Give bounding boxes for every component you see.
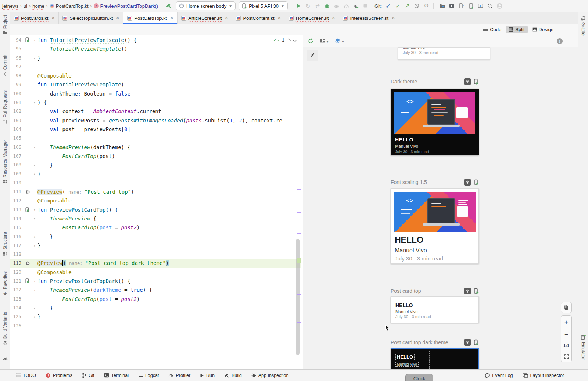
tool-window-button-resource-manager[interactable]: Resource Manager bbox=[0, 140, 10, 184]
change-stripe-mark[interactable] bbox=[297, 294, 301, 295]
code-line-124[interactable]: 124▴ } bbox=[10, 303, 301, 312]
apply-changes-icon[interactable]: ↻ bbox=[304, 2, 312, 10]
history-icon[interactable] bbox=[413, 2, 421, 10]
tab-interestsscreen-kt[interactable]: InterestsScreen.kt✕ bbox=[339, 12, 399, 24]
next-issue-icon[interactable] bbox=[293, 38, 297, 42]
status-item-logcat[interactable]: Logcat bbox=[133, 373, 164, 378]
change-stripe-mark[interactable] bbox=[297, 189, 301, 190]
interactive-mode-icon[interactable] bbox=[464, 78, 471, 85]
code-line-109[interactable]: 109▴} bbox=[10, 169, 301, 178]
code-line-122[interactable]: 122▾ ThemedPreview(darkTheme = true) { bbox=[10, 285, 301, 294]
fold-marker[interactable]: ▴ bbox=[32, 161, 37, 169]
code-line-113[interactable]: 113▾fun PreviewPostCardTop() { bbox=[10, 205, 301, 214]
fold-marker[interactable]: ▾ bbox=[32, 98, 37, 107]
prev-issue-icon[interactable] bbox=[287, 38, 291, 42]
fold-marker[interactable]: ▴ bbox=[32, 241, 37, 250]
code-line-94[interactable]: 94▾fun TutorialPreviewFontscale() { bbox=[10, 36, 301, 44]
layers-icon[interactable]: ▼ bbox=[335, 38, 344, 44]
code-line-117[interactable]: 117▴} bbox=[10, 241, 301, 250]
interactive-mode-icon[interactable] bbox=[464, 339, 471, 346]
preview-card-font-scaling-1-5[interactable]: <>HELLOManuel VivoJuly 30 - 3 min read bbox=[391, 188, 479, 264]
preview-card-dark-theme[interactable]: <>HELLOManuel VivoJuly 30 - 3 min read bbox=[391, 89, 479, 155]
code-line-119[interactable]: 119@Preview( name: "Post card top dark t… bbox=[10, 259, 301, 267]
attach-debugger-icon[interactable] bbox=[333, 2, 341, 10]
preview-card-post-card-top[interactable]: HELLOManuel VivoJuly 30 - 3 min read bbox=[391, 296, 479, 323]
close-tab-icon[interactable]: ✕ bbox=[331, 15, 335, 21]
tab-articlescreen-kt[interactable]: ArticleScreen.kt✕ bbox=[178, 12, 232, 24]
fold-marker[interactable]: ▾ bbox=[32, 285, 37, 294]
tool-window-button-structure[interactable]: Structure bbox=[0, 232, 10, 256]
code-line-111[interactable]: 111@Preview( name: "Post card top") bbox=[10, 187, 301, 196]
apply-code-changes-icon[interactable]: ⇄ bbox=[313, 2, 322, 10]
tool-window-button-emulator[interactable]: Emulator bbox=[578, 335, 588, 360]
view-mode-design[interactable]: Design bbox=[529, 26, 556, 33]
close-tab-icon[interactable]: ✕ bbox=[51, 15, 55, 21]
close-tab-icon[interactable]: ✕ bbox=[277, 15, 281, 21]
run-icon[interactable] bbox=[294, 2, 302, 10]
code-line-97[interactable]: 97 bbox=[10, 62, 301, 71]
status-item-problems[interactable]: Problems bbox=[41, 373, 77, 378]
zoom-out-button[interactable]: − bbox=[564, 331, 568, 338]
code-line-100[interactable]: 100 darkTheme: Boolean = false bbox=[10, 89, 301, 98]
zoom-in-button[interactable]: + bbox=[564, 319, 568, 325]
fold-marker[interactable]: ▾ bbox=[32, 214, 37, 223]
code-line-121[interactable]: 121▾fun PreviewPostCardTopDark() { bbox=[10, 277, 301, 285]
search-everywhere-icon[interactable] bbox=[486, 2, 494, 10]
change-stripe-mark[interactable] bbox=[297, 212, 301, 213]
fold-marker[interactable]: ▾ bbox=[32, 143, 37, 152]
fold-marker[interactable]: ▴ bbox=[32, 312, 37, 321]
refresh-preview-icon[interactable] bbox=[308, 38, 314, 44]
status-item-app-inspection[interactable]: App Inspection bbox=[247, 373, 294, 378]
code-line-102[interactable]: 102 val context = AmbientContext.current bbox=[10, 107, 301, 116]
status-item-todo[interactable]: TODO bbox=[11, 373, 41, 378]
tool-window-button-project[interactable]: Project bbox=[0, 15, 10, 35]
close-tab-icon[interactable]: ✕ bbox=[170, 15, 173, 21]
code-line-104[interactable]: 104 val post = previewPosts[0] bbox=[10, 125, 301, 134]
rollback-icon[interactable]: ↺ bbox=[422, 2, 430, 10]
stop-icon[interactable] bbox=[361, 2, 369, 10]
commit-icon[interactable]: ✓ bbox=[394, 2, 402, 10]
code-line-120[interactable]: 120@Composable bbox=[10, 268, 301, 277]
status-item-build[interactable]: Build bbox=[219, 373, 247, 378]
editor-scrollbar[interactable] bbox=[296, 239, 300, 355]
close-tab-icon[interactable]: ✕ bbox=[391, 15, 395, 21]
gutter-gear-icon[interactable] bbox=[25, 261, 30, 266]
tab-postcards-kt[interactable]: PostCards.kt✕ bbox=[10, 12, 59, 24]
device-manager-icon[interactable] bbox=[448, 2, 456, 10]
code-line-105[interactable]: 105 bbox=[10, 134, 301, 143]
code-line-126[interactable]: 126 bbox=[10, 321, 301, 330]
view-mode-split[interactable]: Split bbox=[506, 26, 527, 33]
zoom-to-fit-button[interactable] bbox=[564, 354, 569, 359]
tool-window-button-gradle[interactable]: Gradle bbox=[578, 16, 588, 36]
pan-tool-button[interactable] bbox=[561, 302, 572, 313]
code-line-106[interactable]: 106▾ ThemedPreview(darkTheme) { bbox=[10, 143, 301, 152]
code-line-115[interactable]: 115 PostCardTop(post = post2) bbox=[10, 223, 301, 232]
run-configuration-select[interactable]: Home screen body ▼ bbox=[176, 1, 236, 10]
zoom-one-to-one-button[interactable]: 1:1 bbox=[563, 344, 569, 348]
code-line-123[interactable]: 123 PostCardTop(post = post2) bbox=[10, 295, 301, 303]
tool-window-button-favorites[interactable]: Favorites★ bbox=[0, 271, 10, 296]
breadcrumb-item[interactable]: ui bbox=[24, 3, 27, 9]
code-line-116[interactable]: 116▴ } bbox=[10, 232, 301, 241]
fold-marker[interactable]: ▴ bbox=[32, 169, 37, 178]
status-item-layout-inspector[interactable]: Layout Inspector bbox=[518, 373, 569, 378]
status-item-terminal[interactable]: Terminal bbox=[99, 373, 133, 378]
device-file-explorer-icon[interactable] bbox=[438, 2, 446, 10]
code-line-99[interactable]: 99fun TutorialPreviewTemplate( bbox=[10, 80, 301, 89]
gutter-gear-icon[interactable] bbox=[25, 190, 30, 194]
profiler-icon[interactable] bbox=[342, 2, 350, 10]
code-line-96[interactable]: 96▴} bbox=[10, 54, 301, 62]
breadcrumb-item[interactable]: fPreviewPostCardTopDark() bbox=[94, 3, 158, 9]
close-tab-icon[interactable]: ✕ bbox=[116, 15, 119, 21]
tab-postcontent-kt[interactable]: PostContent.kt✕ bbox=[232, 12, 285, 24]
debug-icon[interactable] bbox=[323, 2, 331, 10]
status-item-profiler[interactable]: Profiler bbox=[164, 373, 195, 378]
tool-window-button-commit[interactable]: Commit bbox=[0, 55, 10, 76]
code-line-110[interactable]: 110 bbox=[10, 179, 301, 187]
gutter-run-icon[interactable] bbox=[25, 278, 30, 284]
pin-preview-icon[interactable] bbox=[307, 50, 318, 61]
notification-icon[interactable]: ! bbox=[557, 38, 563, 44]
code-line-112[interactable]: 112@Composable bbox=[10, 196, 301, 205]
breadcrumb-item[interactable]: PostCardTop.kt bbox=[50, 3, 89, 9]
breadcrumb-item[interactable]: jetnews bbox=[2, 3, 18, 9]
